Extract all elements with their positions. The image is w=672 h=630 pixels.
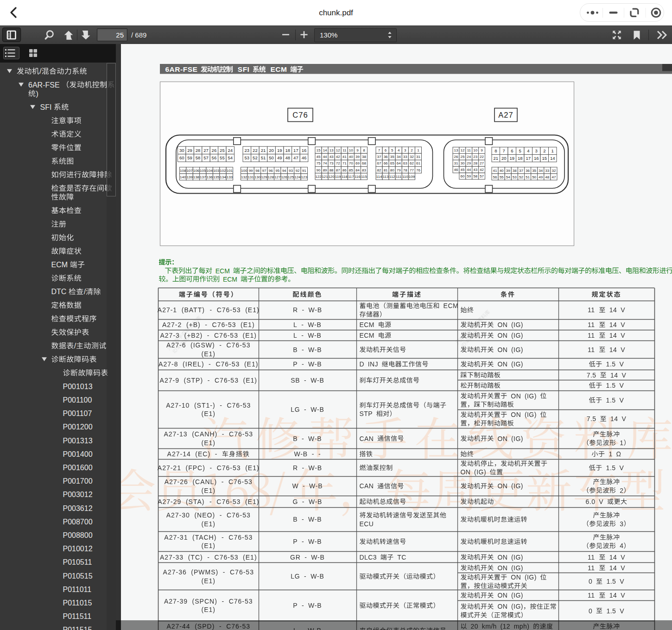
svg-text:P011511: P011511 [63,612,92,620]
svg-text:C76-53: C76-53 [217,306,241,314]
svg-text:7: 7 [378,148,380,152]
svg-text:(IG): (IG) [525,411,537,418]
svg-text:31: 31 [454,161,458,165]
svg-text:48: 48 [285,155,291,160]
svg-text:V: V [620,382,624,389]
svg-text:-: - [205,321,208,328]
svg-text:-: - [304,554,307,561]
svg-text:33: 33 [545,169,549,173]
svg-text:V: V [621,372,626,379]
svg-text:ECM: ECM [360,321,374,328]
svg-text:26: 26 [454,155,458,159]
svg-text:102: 102 [220,169,226,173]
svg-text:61: 61 [416,161,420,165]
svg-text:1.5: 1.5 [606,382,616,389]
svg-text:13: 13 [330,148,334,152]
svg-text:2: 2 [411,148,413,152]
svg-text:(E1): (E1) [202,577,216,585]
svg-text:P001100: P001100 [63,396,92,404]
svg-text:138: 138 [193,175,200,179]
svg-text:56: 56 [493,175,497,179]
svg-text:11: 11 [588,321,595,328]
svg-text:71: 71 [342,161,347,165]
svg-text:118: 118 [342,175,348,179]
svg-text:(E1): (E1) [202,606,216,613]
svg-text:-: - [302,538,304,545]
svg-text:V: V [620,397,624,404]
svg-text:51: 51 [526,175,530,179]
svg-text:103: 103 [213,169,220,173]
svg-text:(+B): (+B) [186,321,201,328]
svg-text:81: 81 [384,168,388,172]
svg-text:59: 59 [187,155,192,160]
svg-text:36: 36 [526,169,530,173]
svg-text:17: 17 [526,156,531,161]
svg-text:122: 122 [315,175,322,179]
svg-text:11: 11 [342,148,347,152]
svg-text:88: 88 [330,168,334,172]
svg-text:50: 50 [532,175,536,179]
svg-text:67: 67 [377,161,381,165]
svg-text:38: 38 [362,155,366,159]
svg-text:60: 60 [179,155,184,160]
svg-text:ON: ON [497,435,507,442]
svg-text:3: 3 [404,148,406,152]
svg-text:66: 66 [384,161,388,165]
svg-text:-: - [210,306,213,314]
svg-text:24: 24 [467,155,471,159]
svg-text:P001313: P001313 [63,437,93,445]
svg-text:116: 116 [355,175,361,179]
svg-text:98: 98 [255,169,260,173]
svg-text:26: 26 [212,148,217,153]
svg-text:15: 15 [317,148,321,152]
svg-text:C76-53: C76-53 [230,568,254,576]
svg-text:-: - [222,430,225,438]
svg-text:68: 68 [362,161,366,165]
svg-text:/: / [39,67,42,75]
svg-text:P001107: P001107 [63,410,92,417]
svg-text:6: 6 [385,148,387,152]
svg-text:11: 11 [588,564,595,572]
svg-text:-: - [302,602,304,609]
svg-text:77: 77 [410,168,414,172]
svg-text:93: 93 [289,169,293,173]
svg-text:55: 55 [500,175,504,179]
svg-text:-: - [302,346,304,353]
svg-text:(NEO): (NEO) [194,511,215,519]
svg-text:23: 23 [473,155,477,159]
svg-text:ECM: ECM [216,267,230,275]
svg-text:W-B: W-B [311,406,324,413]
svg-text:1.5: 1.5 [606,607,616,615]
svg-text:C76-53: C76-53 [216,498,241,505]
svg-text:23: 23 [245,148,250,153]
svg-text:W-B: W-B [308,360,322,368]
svg-text:DLC3: DLC3 [360,554,377,561]
svg-text:(+B2): (+B2) [184,332,203,339]
svg-text:8: 8 [363,148,365,152]
svg-text:120: 120 [328,175,335,179]
svg-text:C76-53: C76-53 [228,478,253,485]
svg-text:ECM: ECM [271,65,287,73]
svg-text:3: 3 [535,148,538,153]
svg-text:V: V [599,498,603,505]
svg-text:7.5: 7.5 [587,415,596,422]
svg-text:DTC: DTC [51,288,67,296]
svg-text:A27-33: A27-33 [160,554,184,561]
svg-text:W-B: W-B [308,602,322,609]
svg-text:W-B: W-B [311,573,324,580]
svg-text:25: 25 [460,155,464,159]
svg-text:14: 14 [609,554,617,561]
svg-text:78: 78 [403,168,407,172]
svg-text:130: 130 [254,175,261,179]
svg-text:C76-53: C76-53 [215,554,239,561]
svg-text:29: 29 [187,148,192,153]
svg-text:56: 56 [212,155,217,160]
svg-text:ECM: ECM [360,332,374,339]
svg-text:90: 90 [317,168,321,172]
svg-text:P010515: P010515 [63,572,93,580]
svg-text:59: 59 [467,174,471,178]
svg-text:V: V [621,415,626,422]
svg-text:128: 128 [268,175,274,179]
svg-text:35: 35 [390,155,394,159]
svg-text:10: 10 [349,148,353,152]
